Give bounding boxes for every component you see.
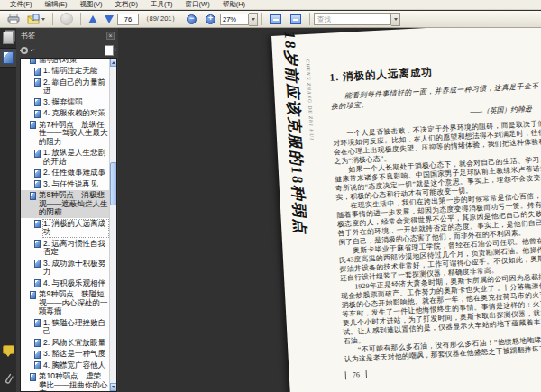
new-bookmark-icon[interactable] — [105, 45, 114, 56]
zoom-out-button[interactable] — [183, 12, 200, 27]
bookmarks-tree-container: 懦弱的对策 1. 懦弱注定无能 2. 靠自己的力量前进 3. 摒 — [20, 58, 117, 392]
menu-item[interactable]: 工具(T) — [144, 0, 179, 9]
bookmark-label: 3. 摒弃懦弱 — [43, 98, 108, 107]
bookmark-item[interactable]: 2. 远离习惯性自我否定 — [21, 238, 109, 258]
bookmark-page-icon — [30, 59, 36, 64]
scroll-up-button[interactable] — [110, 59, 117, 67]
fit-page-icon — [290, 14, 301, 24]
previous-view-icon — [60, 13, 73, 25]
toolbar-separator — [80, 13, 81, 25]
fit-width-button[interactable] — [267, 12, 285, 27]
bookmarks-panel-header: 书签 × — [16, 28, 118, 43]
search-input[interactable] — [314, 13, 391, 25]
zoom-level-input[interactable] — [220, 14, 249, 25]
bookmark-page-icon — [30, 192, 36, 200]
bookmark-page-icon — [34, 220, 41, 228]
comments-tab[interactable] — [0, 340, 16, 360]
search-options-dropdown[interactable] — [391, 13, 400, 26]
bookmark-label: 4. 克服依赖的对策 — [43, 109, 108, 118]
bookmark-item[interactable]: 2. 靠自己的力量前进 — [21, 77, 109, 96]
menu-item[interactable]: 视图(V) — [74, 0, 109, 9]
navigation-icon-strip — [0, 28, 16, 392]
section-title: 1. 消极的人远离成功 — [329, 59, 541, 84]
attachments-tab[interactable] — [0, 369, 16, 388]
arrow-down-icon — [105, 15, 114, 23]
page-thumbnails-tab[interactable] — [0, 28, 16, 48]
toolbar-separator — [52, 13, 53, 25]
fit-page-button[interactable] — [287, 12, 305, 27]
bookmark-page-icon — [34, 319, 41, 327]
print-button[interactable] — [5, 12, 23, 27]
bookmark-page-icon — [34, 78, 41, 87]
bookmark-page-icon — [34, 110, 41, 118]
bookmark-label: 3. 与任性说再见 — [43, 180, 108, 189]
bookmark-item[interactable]: 4. 克服依赖的对策 — [21, 108, 109, 120]
comments-icon — [3, 345, 14, 354]
bookmark-item[interactable]: 第7种弱点 放纵任性——驾驭人生最大的阻力 — [21, 119, 109, 148]
bookmark-item[interactable]: 3. 豁达是一种气度 — [21, 349, 109, 360]
menu-item[interactable]: 文档(D) — [109, 0, 144, 9]
toolbar-separator — [309, 13, 310, 25]
bookmark-item[interactable]: 1. 消极的人远离成功 — [21, 218, 109, 238]
scrollbar-thumb[interactable] — [110, 162, 117, 205]
bookmarks-panel-toolbar — [16, 43, 118, 57]
scroll-up-icon — [112, 61, 115, 64]
paperclip-icon — [3, 372, 14, 385]
chevron-down-icon — [252, 18, 255, 21]
bookmark-label: 4. 胸襟宽广容他人 — [43, 361, 108, 370]
bookmark-item[interactable]: 第8种弱点 消极悲观——遮蔽灿烂人生的阴霾 — [21, 190, 109, 219]
zoom-in-icon — [206, 14, 215, 24]
bookmarks-scrollbar[interactable] — [109, 59, 116, 391]
bookmark-item[interactable]: 1. 狭隘心理挫败自己 — [21, 317, 109, 337]
bookmark-item[interactable]: 1. 懦弱注定无能 — [21, 66, 109, 77]
bookmarks-tree: 懦弱的对策 1. 懦弱注定无能 2. 靠自己的力量前进 3. 摒 — [21, 59, 109, 391]
book-spine-pinyin: CHENG ZHANG DE ZHI HUI — [305, 59, 315, 141]
menu-item[interactable]: 编辑(E) — [39, 0, 74, 9]
menu-item[interactable]: 文件(F) — [4, 0, 39, 9]
menu-item[interactable]: 窗口(W) — [179, 0, 216, 9]
zoom-in-button[interactable] — [202, 12, 219, 27]
bookmark-page-icon — [34, 339, 41, 347]
scroll-down-button[interactable] — [110, 383, 117, 391]
page-thumbnails-icon — [3, 32, 14, 44]
zoom-level-dropdown[interactable] — [249, 13, 258, 26]
page-number-input[interactable] — [117, 14, 139, 25]
bookmark-item[interactable]: 2. 任性做事难成事 — [21, 168, 109, 179]
bookmark-item[interactable]: 3. 摒弃懦弱 — [21, 96, 109, 108]
bookmark-label: 3. 成功源于积极努力 — [43, 260, 108, 277]
menu-item[interactable]: 帮助(H) — [216, 0, 252, 9]
bookmark-item[interactable]: 1. 放纵是人生悲剧的开始 — [21, 148, 109, 168]
bookmark-item[interactable]: 3. 与任性说再见 — [21, 178, 109, 190]
previous-page-button[interactable] — [86, 12, 100, 27]
bookmark-item[interactable]: 4. 与积极乐观相伴 — [21, 278, 109, 289]
close-icon[interactable]: × — [106, 32, 115, 40]
page-count-label: （89/ 201） — [142, 14, 179, 23]
share-email-button[interactable] — [24, 12, 48, 27]
printer-icon — [7, 14, 20, 24]
bookmark-label: 第9种弱点 狭隘短视——内心深处的一颗毒瘤 — [39, 290, 108, 316]
bookmark-item[interactable]: 第10种弱点 虚荣攀比——扭曲你的心态 — [21, 371, 109, 392]
bookmark-item[interactable]: 第9种弱点 狭隘短视——内心深处的一颗毒瘤 — [21, 289, 109, 318]
bookmark-page-icon — [30, 291, 36, 299]
document-view-area[interactable]: 18岁前应该克服的18种弱点 CHENG ZHANG DE ZHI HUI 1.… — [118, 28, 541, 392]
previous-view-button-disabled[interactable] — [58, 12, 76, 27]
bookmark-label: 2. 任性做事难成事 — [43, 169, 108, 178]
bookmark-item[interactable]: 2. 风物长宜放眼量 — [21, 337, 109, 349]
bookmark-item[interactable]: 4. 胸襟宽广容他人 — [21, 360, 109, 371]
bookmark-page-icon — [34, 240, 41, 248]
bookmarks-tab[interactable] — [0, 48, 16, 68]
bookmark-page-icon — [34, 68, 41, 76]
pdf-reader-window: 文件(F) 编辑(E) 视图(V) 文档(D) 工具(T) 窗口(W) 帮助(H… — [0, 0, 541, 392]
email-icon — [27, 14, 40, 24]
bookmark-label: 1. 狭隘心理挫败自己 — [43, 319, 108, 336]
next-page-button[interactable] — [102, 12, 116, 27]
bookmark-label: 2. 风物长宜放眼量 — [43, 339, 108, 348]
bookmark-options-button[interactable] — [21, 47, 35, 54]
bookmark-page-icon — [34, 351, 41, 359]
bookmark-page-icon — [34, 361, 41, 369]
chevron-down-icon — [394, 18, 398, 21]
bookmark-item[interactable]: 懦弱的对策 — [21, 59, 109, 66]
bookmark-page-icon — [34, 260, 41, 268]
body-paragraphs: 一个人是否被击败，不决定于外界环境的阻碍，而是取决于他对环境如何反应。比如，在人… — [333, 119, 541, 364]
bookmark-item[interactable]: 3. 成功源于积极努力 — [21, 258, 109, 278]
